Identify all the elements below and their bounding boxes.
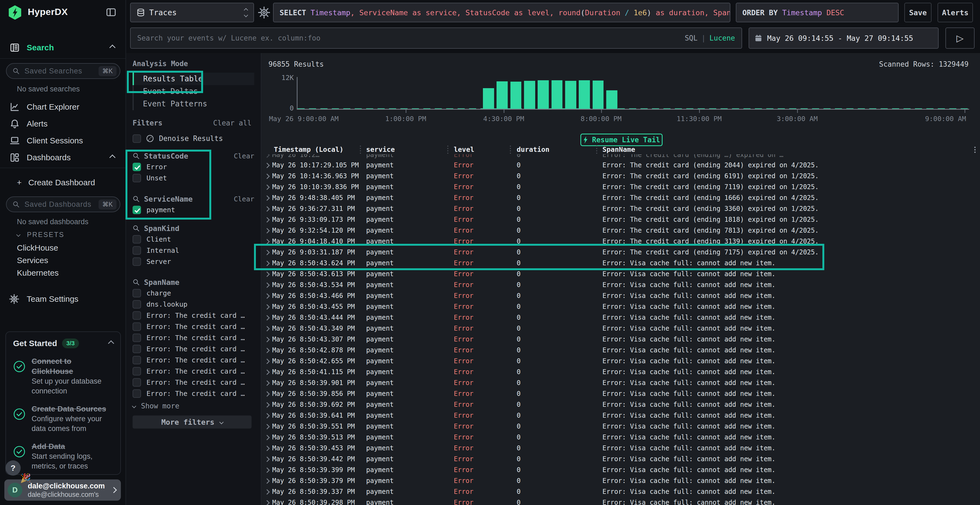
expand-chevron-icon[interactable] <box>264 457 270 462</box>
filter-option[interactable]: Server <box>132 256 254 267</box>
save-button[interactable]: Save <box>904 3 932 22</box>
show-more-button[interactable]: Show more <box>132 402 180 410</box>
expand-chevron-icon[interactable] <box>264 478 270 484</box>
table-row[interactable]: May 26 10:10:39.836 PM payment Error 0 E… <box>261 181 980 192</box>
sidebar-item-chart-explorer[interactable]: Chart Explorer <box>0 100 126 114</box>
expand-chevron-icon[interactable] <box>264 283 270 288</box>
analysis-mode-option[interactable]: Event Patterns <box>132 98 254 110</box>
expand-chevron-icon[interactable] <box>264 337 270 342</box>
table-row[interactable]: May 26 8:50:39.551 PM payment Error 0 Er… <box>261 421 980 432</box>
table-row[interactable]: May 26 8:50:41.115 PM payment Error 0 Er… <box>261 367 980 377</box>
collapse-sidebar-icon[interactable] <box>106 7 116 17</box>
checkbox[interactable] <box>132 300 141 308</box>
sidebar-item-team-settings[interactable]: Team Settings <box>0 292 126 306</box>
clear-button[interactable]: Clear <box>234 152 254 160</box>
gear-icon[interactable] <box>258 6 270 19</box>
expand-chevron-icon[interactable] <box>264 304 270 310</box>
filter-option[interactable]: Error: The credit card … <box>132 343 254 354</box>
filter-option[interactable]: Error: The credit card … <box>132 332 254 343</box>
table-row[interactable]: May 26 8:50:42.878 PM payment Error 0 Er… <box>261 345 980 356</box>
filter-option[interactable]: Client <box>132 234 254 245</box>
table-row[interactable]: May 26 9:48:38.405 PM payment Error 0 Er… <box>261 192 980 203</box>
expand-chevron-icon[interactable] <box>264 326 270 332</box>
search-input[interactable]: Search your events w/ Lucene ex. column:… <box>130 27 742 49</box>
more-filters-button[interactable]: More filters <box>132 416 251 429</box>
expand-chevron-icon[interactable] <box>264 435 270 440</box>
source-select[interactable]: Traces <box>130 3 254 22</box>
expand-chevron-icon[interactable] <box>264 370 270 375</box>
expand-chevron-icon[interactable] <box>264 348 270 353</box>
checkbox[interactable] <box>132 174 141 182</box>
denoise-toggle[interactable]: Denoise Results <box>132 132 223 145</box>
table-row[interactable]: May 26 9:36:27.311 PM payment Error 0 Er… <box>261 203 980 214</box>
filter-option[interactable]: dns.lookup <box>132 299 254 310</box>
checkbox[interactable] <box>132 322 141 331</box>
column-header-level[interactable]: level <box>454 146 474 154</box>
checkbox[interactable] <box>132 246 141 255</box>
expand-chevron-icon[interactable] <box>264 195 270 201</box>
table-row[interactable]: May 26 8:50:39.442 PM payment Error 0 Er… <box>261 454 980 464</box>
expand-chevron-icon[interactable] <box>264 228 270 233</box>
expand-chevron-icon[interactable] <box>264 315 270 321</box>
order-by-editor[interactable]: ORDER BY Timestamp DESC <box>736 3 899 22</box>
checkbox[interactable] <box>132 378 141 387</box>
filter-option[interactable]: Error: The credit card … <box>132 354 254 366</box>
checkbox[interactable] <box>132 356 141 364</box>
filter-option[interactable]: Error: The credit card … <box>132 366 254 377</box>
table-row[interactable]: May 26 9:03:31.187 PM payment Error 0 Er… <box>261 247 980 258</box>
table-body[interactable]: May 26 10:17:29.105 PM payment Error 0 E… <box>261 160 980 505</box>
filter-option[interactable]: Error: The credit card … <box>132 321 254 332</box>
expand-chevron-icon[interactable] <box>264 500 270 505</box>
table-options-icon[interactable] <box>974 146 976 154</box>
checkbox[interactable] <box>132 206 141 214</box>
preset-item[interactable]: Services <box>17 256 48 265</box>
chevron-up-icon[interactable] <box>108 340 115 347</box>
checkbox[interactable] <box>132 345 141 353</box>
toggle-lucene[interactable]: Lucene <box>710 34 735 42</box>
table-row[interactable]: May 26 8:50:39.298 PM payment Error 0 Er… <box>261 497 980 505</box>
table-row[interactable]: May 26 8:50:43.534 PM payment Error 0 Er… <box>261 279 980 290</box>
expand-chevron-icon[interactable] <box>264 359 270 364</box>
help-button[interactable]: ? <box>5 461 21 476</box>
toggle-sql[interactable]: SQL <box>685 34 697 42</box>
table-row[interactable]: May 26 8:50:43.349 PM payment Error 0 Er… <box>261 323 980 334</box>
column-resize-handle[interactable] <box>596 146 597 154</box>
language-toggle[interactable]: SQL | Lucene <box>685 34 735 42</box>
get-started-item[interactable]: Add Data Start sending logs, metrics, or… <box>13 441 113 471</box>
checkbox[interactable] <box>132 289 141 297</box>
table-row[interactable]: May 26 8:50:43.307 PM payment Error 0 Er… <box>261 334 980 345</box>
table-row[interactable]: May 26 8:50:39.641 PM payment Error 0 Er… <box>261 410 980 421</box>
filter-option[interactable]: Unset <box>132 173 254 184</box>
expand-chevron-icon[interactable] <box>264 239 270 245</box>
expand-chevron-icon[interactable] <box>264 402 270 408</box>
expand-chevron-icon[interactable] <box>264 413 270 418</box>
expand-chevron-icon[interactable] <box>264 446 270 451</box>
expand-chevron-icon[interactable] <box>264 206 270 212</box>
run-query-button[interactable]: ▷ <box>945 27 975 49</box>
column-resize-handle[interactable] <box>447 146 449 154</box>
expand-chevron-icon[interactable] <box>264 272 270 277</box>
filter-option[interactable]: Internal <box>132 245 254 256</box>
expand-chevron-icon[interactable] <box>264 489 270 495</box>
table-row[interactable]: May 26 10:17:29.105 PM payment Error 0 E… <box>261 160 980 171</box>
checkbox[interactable] <box>132 163 141 171</box>
checkbox[interactable] <box>132 257 141 266</box>
checkbox[interactable] <box>132 235 141 243</box>
expand-chevron-icon[interactable] <box>264 173 270 179</box>
checkbox[interactable] <box>132 367 141 375</box>
expand-chevron-icon[interactable] <box>264 424 270 429</box>
get-started-item[interactable]: Connect to ClickHouse Set up your databa… <box>13 356 113 396</box>
presets-toggle[interactable]: PRESETS <box>17 231 65 239</box>
expand-chevron-icon[interactable] <box>264 184 270 190</box>
date-range-picker[interactable]: May 26 09:14:55 - May 27 09:14:55 <box>749 27 939 49</box>
user-menu[interactable]: D dale@clickhouse.com dale@clickhouse.co… <box>4 480 121 501</box>
get-started-item[interactable]: Create Data Sources Configure where your… <box>13 404 113 434</box>
table-row[interactable]: May 26 8:50:43.444 PM payment Error 0 Er… <box>261 312 980 323</box>
table-row[interactable]: May 26 8:50:43.624 PM payment Error 0 Er… <box>261 258 980 268</box>
expand-chevron-icon[interactable] <box>264 163 270 168</box>
column-header-spanname[interactable]: SpanName <box>603 146 635 154</box>
table-row[interactable]: May 26 8:50:39.856 PM payment Error 0 Er… <box>261 388 980 399</box>
create-dashboard-button[interactable]: + Create Dashboard <box>0 175 126 190</box>
checkbox[interactable] <box>132 333 141 342</box>
table-row[interactable]: May 26 9:32:54.120 PM payment Error 0 Er… <box>261 225 980 236</box>
